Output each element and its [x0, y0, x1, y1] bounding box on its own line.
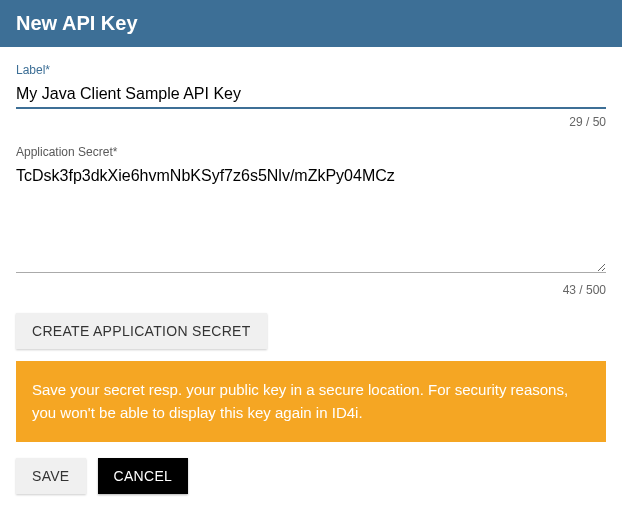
- label-char-counter: 29 / 50: [16, 115, 606, 129]
- secret-char-counter: 43 / 500: [16, 283, 606, 297]
- secret-field-group: Application Secret* 43 / 500: [16, 145, 606, 297]
- create-secret-row: CREATE APPLICATION SECRET: [16, 313, 606, 349]
- dialog-title: New API Key: [16, 12, 138, 34]
- secret-field-label: Application Secret*: [16, 145, 606, 159]
- create-application-secret-button[interactable]: CREATE APPLICATION SECRET: [16, 313, 267, 349]
- label-input[interactable]: [16, 81, 606, 109]
- secret-warning-alert: Save your secret resp. your public key i…: [16, 361, 606, 442]
- dialog-content: Label* 29 / 50 Application Secret* 43 / …: [0, 47, 622, 510]
- cancel-button[interactable]: CANCEL: [98, 458, 189, 494]
- save-button[interactable]: SAVE: [16, 458, 86, 494]
- label-field-label: Label*: [16, 63, 606, 77]
- action-button-row: SAVE CANCEL: [16, 458, 606, 494]
- secret-textarea[interactable]: [16, 163, 606, 273]
- dialog-header: New API Key: [0, 0, 622, 47]
- label-field-group: Label* 29 / 50: [16, 63, 606, 129]
- alert-text: Save your secret resp. your public key i…: [32, 381, 568, 421]
